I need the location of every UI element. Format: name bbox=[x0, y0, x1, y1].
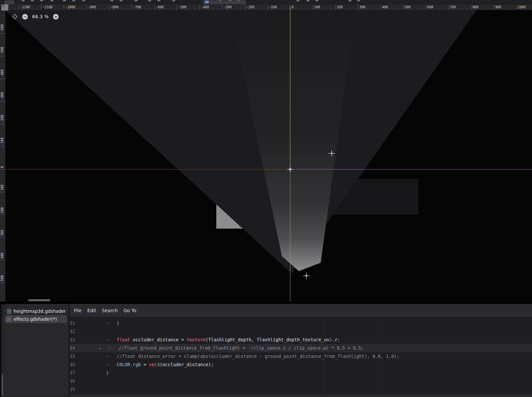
tab-marker-icon: » bbox=[108, 344, 119, 352]
code-line[interactable]: 39 bbox=[70, 385, 532, 394]
horizontal-ruler[interactable]: -1200-1100-1000-900-800-700-600-500-400-… bbox=[5, 5, 532, 10]
code-line[interactable]: 36»COLOR.rgb = vec3(occluder_distance); bbox=[70, 361, 532, 369]
line-number: 35 bbox=[70, 354, 75, 359]
file-name-label: effects.gdshader(*) bbox=[14, 316, 57, 322]
line-number: 36 bbox=[70, 362, 75, 367]
code-text: »float occluder_distance = texture(flash… bbox=[106, 337, 340, 342]
menu-item-go-to[interactable]: Go To bbox=[124, 308, 136, 313]
toolbar-icon-remnant bbox=[82, 0, 85, 1]
svg-text:-800: -800 bbox=[111, 5, 119, 9]
svg-text:100: 100 bbox=[314, 5, 320, 9]
toolbar-icon-remnant bbox=[31, 0, 34, 1]
svg-text:-400: -400 bbox=[201, 5, 209, 9]
svg-text:0: 0 bbox=[0, 166, 4, 168]
menu-item-edit[interactable]: Edit bbox=[87, 308, 96, 313]
svg-text:-600: -600 bbox=[0, 24, 4, 32]
svg-text:200: 200 bbox=[337, 5, 343, 9]
toolbar-icon-remnant bbox=[229, 0, 232, 1]
zoom-in-button[interactable]: + bbox=[53, 14, 59, 20]
shader-file-icon bbox=[7, 317, 11, 322]
shader-file-icon bbox=[7, 309, 11, 314]
viewport-canvas[interactable] bbox=[5, 10, 532, 302]
vertical-ruler[interactable]: -600-500-400-300-200-1000100200300400500 bbox=[0, 5, 5, 302]
toolbar-icon-remnant bbox=[157, 0, 160, 1]
code-line[interactable]: 35»//float distance_error = clamp(abs(oc… bbox=[70, 352, 532, 361]
zoom-out-button[interactable]: − bbox=[22, 14, 28, 20]
toolbar-icon-remnant bbox=[172, 0, 175, 1]
toolbar-icon-remnant bbox=[22, 0, 25, 1]
toolbar-icon-remnant bbox=[134, 0, 137, 1]
menu-item-search[interactable]: Search bbox=[102, 308, 118, 313]
file-list-scrollbar[interactable] bbox=[2, 374, 3, 396]
toolbar-icon-remnant bbox=[348, 0, 351, 1]
svg-text:0: 0 bbox=[292, 5, 293, 9]
tab-marker-icon: » bbox=[106, 319, 117, 327]
code-line[interactable]: 37} bbox=[70, 369, 532, 377]
svg-text:-300: -300 bbox=[224, 5, 232, 9]
snap-icon bbox=[205, 1, 209, 3]
svg-text:-100: -100 bbox=[269, 5, 277, 9]
canvas-horizontal-scrollbar[interactable] bbox=[28, 299, 50, 301]
line-number: 38 bbox=[70, 378, 75, 384]
menu-item-file[interactable]: File bbox=[74, 308, 81, 313]
code-line[interactable]: 32 bbox=[70, 327, 532, 336]
fold-chevron-icon[interactable]: ▾ bbox=[99, 347, 101, 350]
svg-text:-1100: -1100 bbox=[43, 5, 53, 9]
toolbar-icon-remnant bbox=[50, 0, 53, 1]
toolbar-icon-remnant bbox=[237, 0, 240, 1]
center-view-icon[interactable] bbox=[12, 14, 18, 20]
line-number: 32 bbox=[70, 329, 75, 334]
zoom-controls: − 68.3 % + bbox=[12, 14, 59, 20]
toolbar-icon-remnant bbox=[110, 0, 113, 1]
code-text: »COLOR.rgb = vec3(occluder_distance); bbox=[106, 362, 214, 367]
toolbar-icon-remnant bbox=[148, 0, 151, 1]
svg-text:-900: -900 bbox=[88, 5, 96, 9]
svg-text:600: 600 bbox=[427, 5, 433, 9]
toolbar-icon-remnant bbox=[315, 0, 318, 1]
line-number: 34 bbox=[70, 345, 75, 351]
svg-text:500: 500 bbox=[0, 275, 4, 281]
shader-editor-panel: heightmap3d.gdshadereffects.gdshader(*) … bbox=[0, 304, 532, 397]
code-line[interactable]: 34▾»//float ground_point_distance_from_f… bbox=[70, 344, 532, 352]
tab-marker-icon: » bbox=[106, 336, 117, 344]
line-number: 33 bbox=[70, 337, 75, 342]
toolbar-icon-remnant bbox=[357, 0, 360, 1]
svg-text:-600: -600 bbox=[156, 5, 164, 9]
svg-text:-500: -500 bbox=[0, 47, 4, 55]
line-number: 37 bbox=[70, 370, 75, 375]
tab-marker-icon: » bbox=[106, 361, 117, 369]
file-list-item[interactable]: effects.gdshader(*) bbox=[5, 315, 67, 323]
select-tool-button[interactable] bbox=[4, 0, 14, 4]
svg-text:400: 400 bbox=[382, 5, 388, 9]
toolbar-icon-remnant bbox=[306, 0, 309, 1]
svg-text:300: 300 bbox=[0, 230, 4, 236]
file-list-item[interactable]: heightmap3d.gdshader bbox=[5, 307, 67, 315]
canvas-toolbar bbox=[0, 0, 532, 5]
svg-text:-1000: -1000 bbox=[65, 5, 75, 9]
code-area[interactable]: 31»}3233»float occluder_distance = textu… bbox=[70, 317, 532, 395]
toolbar-icon-remnant bbox=[40, 0, 43, 1]
svg-text:-1200: -1200 bbox=[20, 5, 30, 9]
editor-bottom-scrollbar[interactable] bbox=[70, 395, 532, 397]
svg-text:-200: -200 bbox=[246, 5, 254, 9]
toolbar-icon-remnant bbox=[72, 0, 75, 1]
toolbar-icon-remnant bbox=[63, 0, 66, 1]
code-text: »//float distance_error = clamp(abs(occl… bbox=[106, 354, 399, 359]
svg-text:1000: 1000 bbox=[518, 5, 526, 9]
svg-text:900: 900 bbox=[495, 5, 501, 9]
svg-text:200: 200 bbox=[0, 207, 4, 213]
svg-text:500: 500 bbox=[405, 5, 411, 9]
zoom-percent-label[interactable]: 68.3 % bbox=[32, 14, 49, 19]
code-line[interactable]: 31»} bbox=[70, 319, 532, 327]
svg-text:300: 300 bbox=[359, 5, 365, 9]
code-text: } bbox=[106, 370, 109, 375]
line-number: 31 bbox=[70, 320, 75, 326]
editor-menu-bar: FileEditSearchGo To bbox=[70, 304, 532, 317]
toolbar-icon-remnant bbox=[296, 0, 299, 1]
svg-text:100: 100 bbox=[0, 185, 4, 191]
line-number: 39 bbox=[70, 387, 75, 392]
code-text: »} bbox=[106, 320, 119, 326]
code-line[interactable]: 33»float occluder_distance = texture(fla… bbox=[70, 336, 532, 344]
code-line[interactable]: 38 bbox=[70, 377, 532, 385]
toolbar-icon-remnant bbox=[120, 0, 123, 1]
